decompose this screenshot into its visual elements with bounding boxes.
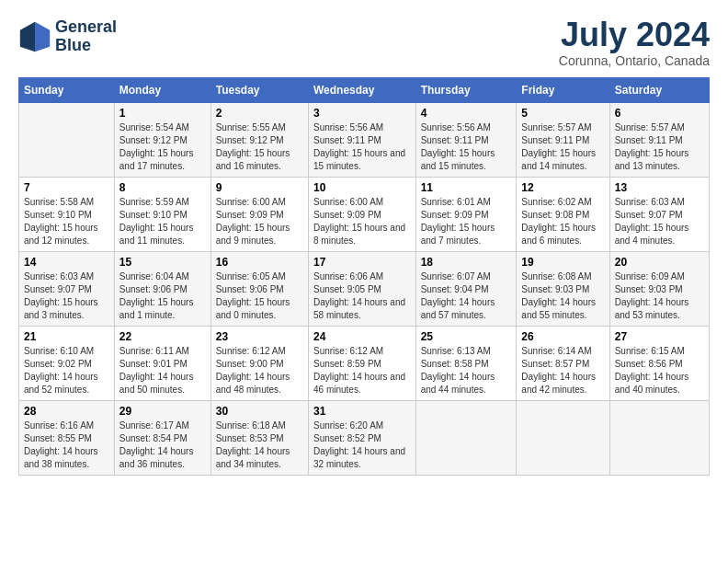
day-cell: 17Sunrise: 6:06 AMSunset: 9:05 PMDayligh… bbox=[308, 252, 415, 327]
day-cell: 12Sunrise: 6:02 AMSunset: 9:08 PMDayligh… bbox=[517, 178, 609, 252]
day-cell: 25Sunrise: 6:13 AMSunset: 8:58 PMDayligh… bbox=[415, 327, 517, 401]
day-info: Sunrise: 5:56 AMSunset: 9:11 PMDaylight:… bbox=[313, 121, 411, 173]
day-number: 15 bbox=[119, 256, 206, 269]
day-number: 30 bbox=[216, 405, 303, 418]
day-number: 13 bbox=[615, 181, 704, 194]
day-cell: 2Sunrise: 5:55 AMSunset: 9:12 PMDaylight… bbox=[210, 103, 308, 178]
day-number: 21 bbox=[24, 330, 109, 343]
day-cell: 22Sunrise: 6:11 AMSunset: 9:01 PMDayligh… bbox=[114, 327, 210, 401]
day-number: 11 bbox=[421, 181, 512, 194]
day-cell: 9Sunrise: 6:00 AMSunset: 9:09 PMDaylight… bbox=[210, 178, 308, 252]
day-cell: 18Sunrise: 6:07 AMSunset: 9:04 PMDayligh… bbox=[415, 252, 517, 327]
day-cell: 3Sunrise: 5:56 AMSunset: 9:11 PMDaylight… bbox=[308, 103, 415, 178]
calendar-table: SundayMondayTuesdayWednesdayThursdayFrid… bbox=[18, 77, 710, 476]
day-cell: 1Sunrise: 5:54 AMSunset: 9:12 PMDaylight… bbox=[114, 103, 210, 178]
day-info: Sunrise: 5:57 AMSunset: 9:11 PMDaylight:… bbox=[615, 121, 704, 173]
day-info: Sunrise: 6:12 AMSunset: 8:59 PMDaylight:… bbox=[313, 345, 411, 396]
day-cell: 8Sunrise: 5:59 AMSunset: 9:10 PMDaylight… bbox=[114, 178, 210, 252]
day-cell: 15Sunrise: 6:04 AMSunset: 9:06 PMDayligh… bbox=[114, 252, 210, 327]
logo-icon bbox=[18, 20, 51, 53]
day-header-saturday: Saturday bbox=[609, 78, 709, 103]
day-cell: 7Sunrise: 5:58 AMSunset: 9:10 PMDaylight… bbox=[19, 178, 115, 252]
svg-marker-1 bbox=[35, 22, 50, 52]
day-header-tuesday: Tuesday bbox=[210, 78, 308, 103]
day-number: 1 bbox=[119, 107, 206, 120]
day-number: 20 bbox=[615, 256, 704, 269]
day-number: 5 bbox=[521, 107, 604, 120]
day-number: 9 bbox=[216, 181, 303, 194]
week-row-1: 1Sunrise: 5:54 AMSunset: 9:12 PMDaylight… bbox=[19, 103, 710, 178]
day-number: 25 bbox=[421, 330, 512, 343]
day-number: 10 bbox=[313, 181, 411, 194]
day-info: Sunrise: 6:02 AMSunset: 9:08 PMDaylight:… bbox=[521, 196, 604, 247]
day-cell: 16Sunrise: 6:05 AMSunset: 9:06 PMDayligh… bbox=[210, 252, 308, 327]
page-header: General Blue July 2024 Corunna, Ontario,… bbox=[18, 18, 710, 68]
day-info: Sunrise: 5:59 AMSunset: 9:10 PMDaylight:… bbox=[119, 196, 206, 247]
day-number: 24 bbox=[313, 330, 411, 343]
day-info: Sunrise: 6:16 AMSunset: 8:55 PMDaylight:… bbox=[24, 419, 109, 471]
day-number: 28 bbox=[24, 405, 109, 418]
day-info: Sunrise: 6:03 AMSunset: 9:07 PMDaylight:… bbox=[615, 196, 704, 247]
day-info: Sunrise: 6:08 AMSunset: 9:03 PMDaylight:… bbox=[521, 270, 604, 322]
day-number: 23 bbox=[216, 330, 303, 343]
day-number: 2 bbox=[216, 107, 303, 120]
logo: General Blue bbox=[18, 18, 117, 55]
logo-text: General Blue bbox=[55, 18, 117, 55]
day-info: Sunrise: 6:00 AMSunset: 9:09 PMDaylight:… bbox=[313, 196, 411, 247]
day-info: Sunrise: 6:10 AMSunset: 9:02 PMDaylight:… bbox=[24, 345, 109, 396]
day-info: Sunrise: 6:14 AMSunset: 8:57 PMDaylight:… bbox=[521, 345, 604, 396]
day-info: Sunrise: 5:57 AMSunset: 9:11 PMDaylight:… bbox=[521, 121, 604, 173]
day-info: Sunrise: 6:05 AMSunset: 9:06 PMDaylight:… bbox=[216, 270, 303, 322]
day-info: Sunrise: 6:18 AMSunset: 8:53 PMDaylight:… bbox=[216, 419, 303, 471]
day-cell bbox=[415, 401, 517, 476]
day-cell: 11Sunrise: 6:01 AMSunset: 9:09 PMDayligh… bbox=[415, 178, 517, 252]
day-info: Sunrise: 6:01 AMSunset: 9:09 PMDaylight:… bbox=[421, 196, 512, 247]
day-number: 22 bbox=[119, 330, 206, 343]
day-number: 12 bbox=[521, 181, 604, 194]
week-row-2: 7Sunrise: 5:58 AMSunset: 9:10 PMDaylight… bbox=[19, 178, 710, 252]
day-info: Sunrise: 5:54 AMSunset: 9:12 PMDaylight:… bbox=[119, 121, 206, 173]
day-cell: 20Sunrise: 6:09 AMSunset: 9:03 PMDayligh… bbox=[609, 252, 709, 327]
day-info: Sunrise: 5:58 AMSunset: 9:10 PMDaylight:… bbox=[24, 196, 109, 247]
day-info: Sunrise: 6:13 AMSunset: 8:58 PMDaylight:… bbox=[421, 345, 512, 396]
day-info: Sunrise: 6:06 AMSunset: 9:05 PMDaylight:… bbox=[313, 270, 411, 322]
day-cell: 28Sunrise: 6:16 AMSunset: 8:55 PMDayligh… bbox=[19, 401, 115, 476]
day-cell: 4Sunrise: 5:56 AMSunset: 9:11 PMDaylight… bbox=[415, 103, 517, 178]
day-header-thursday: Thursday bbox=[415, 78, 517, 103]
day-number: 16 bbox=[216, 256, 303, 269]
day-number: 27 bbox=[615, 330, 704, 343]
day-cell: 23Sunrise: 6:12 AMSunset: 9:00 PMDayligh… bbox=[210, 327, 308, 401]
day-info: Sunrise: 6:15 AMSunset: 8:56 PMDaylight:… bbox=[615, 345, 704, 396]
day-info: Sunrise: 5:56 AMSunset: 9:11 PMDaylight:… bbox=[421, 121, 512, 173]
day-cell: 24Sunrise: 6:12 AMSunset: 8:59 PMDayligh… bbox=[308, 327, 415, 401]
day-number: 7 bbox=[24, 181, 109, 194]
day-cell: 14Sunrise: 6:03 AMSunset: 9:07 PMDayligh… bbox=[19, 252, 115, 327]
day-number: 3 bbox=[313, 107, 411, 120]
day-cell: 29Sunrise: 6:17 AMSunset: 8:54 PMDayligh… bbox=[114, 401, 210, 476]
day-info: Sunrise: 6:00 AMSunset: 9:09 PMDaylight:… bbox=[216, 196, 303, 247]
day-number: 19 bbox=[521, 256, 604, 269]
header-row: SundayMondayTuesdayWednesdayThursdayFrid… bbox=[19, 78, 710, 103]
day-cell bbox=[517, 401, 609, 476]
day-cell: 10Sunrise: 6:00 AMSunset: 9:09 PMDayligh… bbox=[308, 178, 415, 252]
month-title: July 2024 bbox=[559, 18, 710, 52]
day-info: Sunrise: 6:20 AMSunset: 8:52 PMDaylight:… bbox=[313, 419, 411, 471]
day-header-sunday: Sunday bbox=[19, 78, 115, 103]
day-number: 29 bbox=[119, 405, 206, 418]
week-row-4: 21Sunrise: 6:10 AMSunset: 9:02 PMDayligh… bbox=[19, 327, 710, 401]
day-header-wednesday: Wednesday bbox=[308, 78, 415, 103]
week-row-5: 28Sunrise: 6:16 AMSunset: 8:55 PMDayligh… bbox=[19, 401, 710, 476]
day-cell: 26Sunrise: 6:14 AMSunset: 8:57 PMDayligh… bbox=[517, 327, 609, 401]
day-cell: 30Sunrise: 6:18 AMSunset: 8:53 PMDayligh… bbox=[210, 401, 308, 476]
day-info: Sunrise: 6:09 AMSunset: 9:03 PMDaylight:… bbox=[615, 270, 704, 322]
svg-marker-2 bbox=[20, 22, 35, 52]
day-number: 31 bbox=[313, 405, 411, 418]
day-number: 17 bbox=[313, 256, 411, 269]
day-header-friday: Friday bbox=[517, 78, 609, 103]
day-cell: 19Sunrise: 6:08 AMSunset: 9:03 PMDayligh… bbox=[517, 252, 609, 327]
day-cell: 21Sunrise: 6:10 AMSunset: 9:02 PMDayligh… bbox=[19, 327, 115, 401]
day-info: Sunrise: 6:07 AMSunset: 9:04 PMDaylight:… bbox=[421, 270, 512, 322]
title-block: July 2024 Corunna, Ontario, Canada bbox=[559, 18, 710, 68]
day-number: 6 bbox=[615, 107, 704, 120]
day-header-monday: Monday bbox=[114, 78, 210, 103]
